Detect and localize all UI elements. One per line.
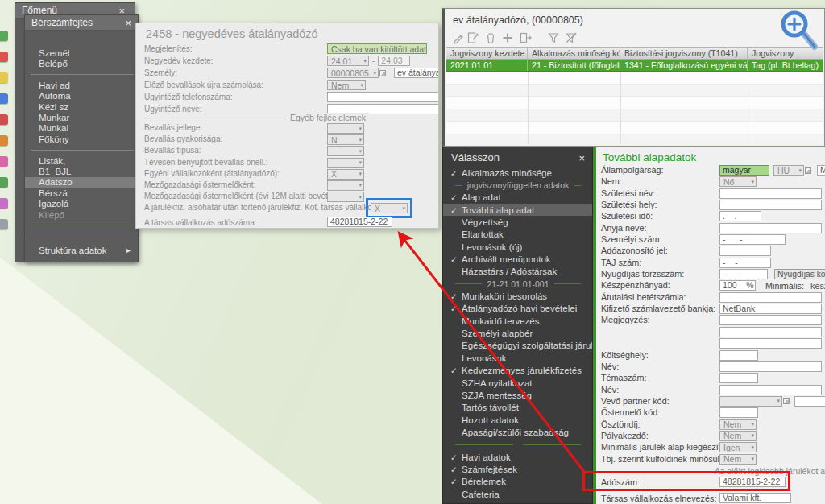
app-icon[interactable] (0, 114, 8, 125)
menu-item[interactable]: Munkar (25, 112, 138, 122)
berszamfejtes-titlebar[interactable]: Bérszámfejtés (25, 15, 138, 31)
cost-center-name-field[interactable] (719, 361, 822, 372)
valasszon-item[interactable]: Átalányadózó havi bevételei (443, 303, 592, 315)
personal-id-field[interactable]: - - (719, 234, 786, 245)
menu-item[interactable]: Listák, (25, 155, 138, 166)
clear-filter-icon[interactable] (565, 31, 578, 45)
birth-date-field[interactable]: . . (719, 211, 761, 221)
valasszon-item[interactable]: További alap adat (443, 204, 592, 216)
comment-field[interactable] (719, 315, 822, 325)
valasszon-item[interactable]: Archivált menüpontok (443, 253, 592, 265)
add-icon[interactable] (501, 31, 515, 45)
topic-number-field[interactable] (719, 373, 758, 383)
person-code-dropdown[interactable]: 00000805 (327, 68, 379, 78)
menu-item[interactable]: Személ (25, 48, 138, 58)
person-name-field[interactable]: ev átalányadóz (394, 68, 439, 78)
valasszon-item[interactable]: Házastárs / Adóstársak (443, 266, 592, 278)
cost-center-field[interactable] (719, 350, 758, 361)
column-header[interactable]: Alkalmazás minőség kód (528, 48, 620, 59)
valasszon-item[interactable]: Személyi alapbér (443, 327, 592, 339)
menu-item[interactable]: Belépő (25, 58, 138, 68)
column-header[interactable]: Biztosítási jogviszony (T1041) (620, 48, 748, 59)
quarter-from-dropdown[interactable]: 24.01 (327, 56, 369, 66)
app-icon[interactable] (0, 93, 8, 104)
tax-id-field[interactable] (719, 246, 771, 256)
menu-item[interactable]: Igazolá (25, 198, 138, 209)
menu-item[interactable]: Munkal (25, 123, 138, 134)
table-empty-rows[interactable] (446, 72, 823, 144)
career-starter-dropdown[interactable]: Nem (719, 431, 757, 441)
valasszon-item[interactable]: 21-21.01.01-001 (443, 278, 592, 290)
valasszon-item[interactable]: Egészségügyi szolgáltatási járulék (443, 340, 592, 352)
close-icon[interactable] (578, 151, 585, 166)
menu-item[interactable] (25, 220, 138, 230)
valasszon-item[interactable]: Munkaidő tervezés (443, 315, 592, 327)
transfer-account-field[interactable] (719, 292, 822, 303)
scholarship-dropdown[interactable]: Nem (719, 419, 757, 430)
valasszon-item[interactable]: Kedvezményes járulékfizetés (443, 365, 592, 377)
valasszon-item[interactable]: SZHA nyilatkozat (443, 377, 592, 389)
foreign-status-dropdown[interactable]: Nem (719, 454, 757, 465)
value-dropdown[interactable] (327, 158, 364, 168)
megjelenites-dropdown[interactable]: Csak ha van kitöltött adat (327, 43, 427, 54)
valasszon-item[interactable]: Eltartottak (443, 229, 592, 241)
app-icon[interactable] (0, 177, 8, 188)
valasszon-item[interactable]: SZJA mentesség (443, 389, 592, 401)
app-icon[interactable] (0, 52, 8, 62)
agent-phone-field[interactable] (327, 92, 439, 102)
valasszon-item[interactable]: Apasági/szülői szabadság (443, 426, 592, 438)
valasszon-item[interactable]: Cafeteria (443, 488, 592, 500)
valasszon-item[interactable]: Végzettség (443, 216, 592, 228)
topic-name-field[interactable] (719, 385, 822, 395)
value-dropdown[interactable]: N (327, 134, 364, 145)
valasszon-item[interactable]: Számfejtések (443, 463, 592, 475)
value-dropdown[interactable] (327, 192, 364, 202)
app-icon[interactable] (0, 31, 8, 41)
close-icon[interactable] (125, 15, 131, 31)
birth-place-field[interactable] (719, 200, 822, 210)
producer-code-field[interactable] (719, 407, 758, 418)
app-icon[interactable] (0, 135, 8, 146)
customer-partner-field[interactable] (794, 396, 825, 407)
app-icon[interactable] (0, 156, 8, 167)
valasszon-item[interactable]: Hozott adatok (443, 414, 592, 426)
country-code-dropdown[interactable]: HU (773, 165, 804, 176)
menu-item[interactable] (25, 69, 138, 80)
pensioner-code-button[interactable]: Nyugdíjas kód (774, 269, 825, 279)
mother-name-field[interactable] (719, 223, 822, 233)
column-header[interactable]: Jogviszony kezdete (446, 48, 528, 59)
menu-item[interactable]: Bérszá (25, 188, 138, 198)
min-contribution-dropdown[interactable]: Igen (719, 442, 757, 452)
value-dropdown[interactable]: X (371, 203, 408, 213)
app-icon[interactable] (0, 72, 8, 83)
menu-item[interactable]: Adatszo (25, 177, 138, 188)
copy-icon[interactable] (519, 31, 533, 45)
valasszon-item[interactable]: Havi adatok (443, 451, 592, 463)
valasszon-item[interactable]: Bérelemek (443, 476, 592, 488)
lookup-button[interactable] (783, 398, 790, 404)
cash-ratio-field[interactable]: 100 % (719, 280, 756, 291)
pensioner-number-field[interactable]: - - (719, 269, 768, 279)
valasszon-item[interactable]: jogviszonyfüggetlen adatok (443, 179, 592, 191)
comment-field[interactable] (719, 327, 822, 337)
valasszon-item[interactable]: Levonások (443, 352, 592, 364)
valasszon-item[interactable]: Tartós távollét (443, 402, 592, 414)
taj-field[interactable]: - - (719, 258, 771, 268)
value-dropdown[interactable]: X (327, 169, 364, 180)
filter-icon[interactable] (547, 31, 561, 45)
menu-item[interactable]: B1_BJL (25, 166, 138, 176)
tarsas-nev-field[interactable]: Valami kft. (719, 493, 791, 503)
customer-partner-dropdown[interactable] (719, 396, 782, 407)
country-name-field[interactable]: M (817, 165, 825, 176)
birth-name-field[interactable] (719, 188, 822, 199)
tarsas-adoszam-field[interactable]: 48281815-2-22 (327, 217, 392, 227)
valasszon-item[interactable]: Alkalmazás minősége (443, 167, 592, 179)
menu-item-struktura-adatok[interactable]: Struktúra adatok (25, 238, 138, 262)
menu-item[interactable]: Főköny (25, 134, 138, 144)
table-row-selected[interactable]: 2021.01.01 21 - Biztosított (főfoglalkoz… (446, 60, 823, 72)
app-icon[interactable] (0, 198, 8, 209)
valasszon-item[interactable]: Munkaköri besorolás (443, 290, 592, 302)
bank-field[interactable]: NetBank (719, 304, 822, 314)
valasszon-item[interactable]: Alap adat (443, 192, 592, 204)
lookup-button[interactable] (805, 167, 811, 174)
